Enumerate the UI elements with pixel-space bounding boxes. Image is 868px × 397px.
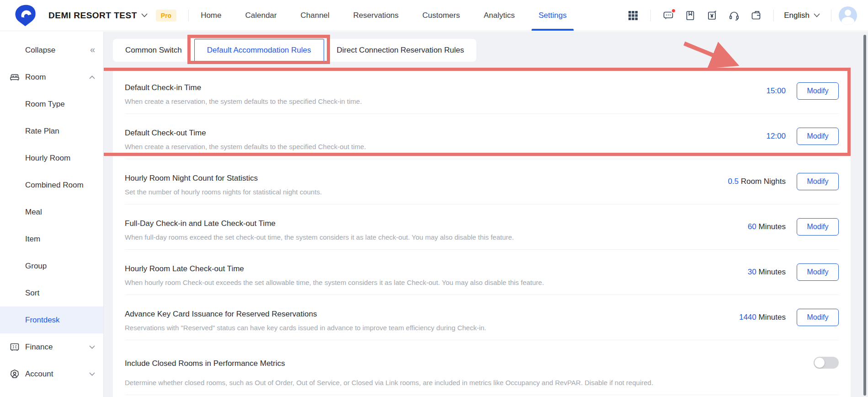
row-value: 60 [748,222,756,231]
modify-button[interactable]: Modify [797,82,839,100]
sidebar-item-group[interactable]: Group [0,252,103,279]
row-description: When create a reservation, the system de… [125,143,366,151]
nav-channel[interactable]: Channel [301,0,330,31]
bed-icon [9,72,20,83]
sidebar-item-room-type[interactable]: Room Type [0,91,103,118]
sidebar-item-meal[interactable]: Meal [0,198,103,225]
setting-row-hourly-room-night-count: Hourly Room Night Count for Statistics S… [125,159,839,204]
row-title: Default Check-in Time [125,83,362,93]
row-title: Hourly Room Night Count for Statistics [125,173,322,183]
modify-button[interactable]: Modify [797,173,839,190]
nav-analytics[interactable]: Analytics [484,0,515,31]
property-name: DEMI RESORT TEST [48,11,137,21]
row-value: 15:00 [766,86,786,95]
row-description: When full-day rooms exceed the set check… [125,233,514,241]
tab-common-switch[interactable]: Common Switch [113,39,194,62]
divider [650,10,651,21]
chevron-down-icon [814,13,820,17]
row-description: When hourly room Check-out exceeds the s… [125,279,544,287]
row-title: Hourly Room Late Check-out Time [125,264,544,274]
header-actions: English [622,6,857,25]
row-description: When create a reservation, the system de… [125,97,362,106]
tab-default-accommodation-rules[interactable]: Default Accommodation Rules [194,39,324,62]
language-selector[interactable]: English [784,11,820,20]
setting-row-default-check-in-time: Default Check-in Time When create a rese… [125,69,839,114]
sidebar-item-hourly-room[interactable]: Hourly Room [0,145,103,172]
divider [831,10,831,21]
row-value: 0.5 [728,177,739,186]
bookmark-icon[interactable] [685,10,696,21]
row-description: Set the number of hourly rooms nights fo… [125,188,322,196]
sidebar-group-account[interactable]: Account [0,360,103,387]
sidebar-group-room[interactable]: Room [0,64,103,91]
sidebar-item-rate-plan[interactable]: Rate Plan [0,118,103,145]
chevron-down-icon [89,345,95,349]
sidebar-group-finance[interactable]: Finance [0,333,103,360]
avatar-person-icon [845,10,851,16]
language-label: English [784,11,809,20]
modify-button[interactable]: Modify [797,263,839,281]
wallet-icon[interactable] [751,10,761,21]
include-closed-rooms-toggle[interactable] [814,357,839,369]
chevron-down-icon [89,372,95,376]
nav-customers[interactable]: Customers [422,0,460,31]
nav-settings[interactable]: Settings [538,0,566,31]
row-title: Include Closed Rooms in Performance Metr… [125,359,653,369]
setting-row-hourly-room-late-check-out: Hourly Room Late Check-out Time When hou… [125,250,839,295]
nav-reservations[interactable]: Reservations [353,0,399,31]
sidebar-item-frontdesk[interactable]: Frontdesk [0,306,103,333]
finance-group-label: Finance [25,343,53,352]
pro-badge: Pro [156,10,176,21]
setting-row-advance-key-card-issuance: Advance Key Card Issuance for Reserved R… [125,295,839,340]
collapse-label: Collapse [25,46,55,55]
messages-icon[interactable] [663,10,674,21]
setting-row-default-check-out-time: Default Check-out Time When create a res… [125,114,839,159]
setting-row-include-closed-rooms: Include Closed Rooms in Performance Metr… [125,340,839,395]
apps-grid-icon[interactable] [628,10,639,21]
row-value: 1440 [739,313,756,322]
brand-logo-icon [14,4,38,27]
account-badge-icon [9,369,20,380]
collapse-chevrons-icon: « [90,44,95,54]
modify-button[interactable]: Modify [797,218,839,236]
chevron-down-icon [141,13,148,17]
row-value: 12:00 [766,132,786,140]
vertical-scrollbar[interactable] [863,35,866,396]
row-title: Default Check-out Time [125,128,366,138]
modify-button[interactable]: Modify [797,309,839,326]
nav-calendar[interactable]: Calendar [245,0,277,31]
sidebar-item-item[interactable]: Item [0,225,103,252]
user-avatar[interactable] [839,6,857,25]
notification-dot [671,8,676,13]
divider [773,10,774,21]
chevron-up-icon [89,75,95,79]
account-group-label: Account [25,370,53,379]
support-headset-icon[interactable] [729,10,740,21]
sidebar-collapse[interactable]: Collapse « [0,37,103,64]
sidebar-item-combined-room[interactable]: Combined Room [0,172,103,198]
setting-row-full-day-late-check-out: Full-Day Check-in and Late Check-out Tim… [125,204,839,250]
sidebar-item-sort[interactable]: Sort [0,279,103,306]
settings-tabbar: Common Switch Default Accommodation Rule… [113,39,476,62]
property-switcher[interactable]: DEMI RESORT TEST [48,11,148,21]
row-title: Full-Day Check-in and Late Check-out Tim… [125,219,514,229]
rules-card: Default Check-in Time When create a rese… [113,69,851,397]
row-title: Advance Key Card Issuance for Reserved R… [125,309,486,319]
row-value: 30 [748,268,756,276]
row-description: Determine whether closed rooms, such as … [125,379,653,387]
tab-direct-connection-reservation-rules[interactable]: Direct Connection Reservation Rules [324,39,477,62]
nav-home[interactable]: Home [201,0,221,31]
row-description: Reservations with "Reserved" status can … [125,324,486,332]
room-group-label: Room [25,73,46,82]
billing-icon[interactable] [707,10,718,21]
main-nav: Home Calendar Channel Reservations Custo… [201,0,567,31]
safe-icon [9,342,20,353]
settings-sidebar: Collapse « Room Room Type Rate Plan Hour… [0,32,104,397]
divider [188,10,189,21]
settings-main: Common Switch Default Accommodation Rule… [104,32,868,397]
modify-button[interactable]: Modify [797,128,839,145]
top-header: DEMI RESORT TEST Pro Home Calendar Chann… [0,0,868,31]
